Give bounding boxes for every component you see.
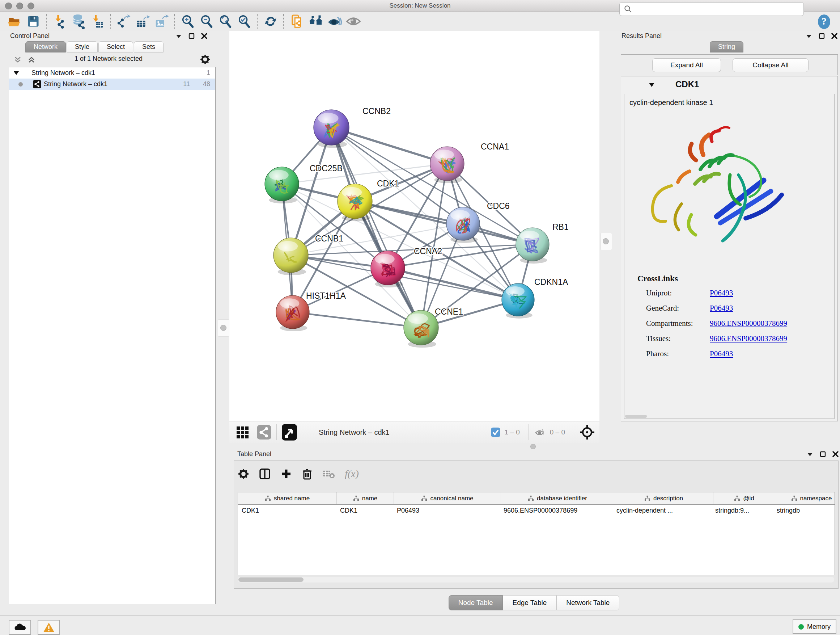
network-collection-row[interactable]: String Network – cdk1 1 bbox=[9, 67, 215, 79]
export-network-button[interactable] bbox=[114, 13, 133, 30]
close-panel-icon[interactable] bbox=[832, 451, 838, 457]
help-button[interactable]: ? bbox=[816, 14, 832, 31]
column-header-@id[interactable]: @id bbox=[714, 492, 775, 504]
panel-menu-icon[interactable] bbox=[806, 34, 812, 39]
search-input[interactable] bbox=[635, 5, 804, 13]
zoom-fit-button[interactable] bbox=[216, 13, 235, 30]
scrollbar-thumb[interactable] bbox=[238, 578, 303, 582]
protein-expand-icon[interactable] bbox=[649, 82, 655, 87]
selected-checkbox-icon[interactable] bbox=[491, 427, 501, 437]
save-session-button[interactable] bbox=[24, 13, 43, 30]
tab-style[interactable]: Style bbox=[66, 41, 98, 52]
tab-string[interactable]: String bbox=[710, 41, 744, 52]
collapse-all-icon[interactable] bbox=[14, 56, 22, 63]
expand-all-button[interactable]: Expand All bbox=[652, 58, 721, 72]
protein-header-row[interactable]: CDK1 bbox=[621, 76, 837, 93]
node-CDK1[interactable]: CDK1 bbox=[338, 179, 399, 221]
tab-network-table[interactable]: Network Table bbox=[556, 595, 619, 610]
export-image-button[interactable] bbox=[152, 13, 171, 30]
tab-sets[interactable]: Sets bbox=[134, 41, 164, 52]
node-CCNA1[interactable]: CCNA1 bbox=[430, 142, 509, 183]
collapse-all-button[interactable]: Collapse All bbox=[733, 58, 808, 72]
node-HIST1H1A[interactable]: HIST1H1A bbox=[276, 291, 346, 331]
crosslink-link[interactable]: P06493 bbox=[710, 349, 733, 358]
import-table-button[interactable] bbox=[88, 13, 107, 30]
column-header-namespace[interactable]: namespace bbox=[775, 492, 835, 504]
left-splitter-dot[interactable] bbox=[220, 325, 226, 331]
right-splitter-dot[interactable] bbox=[603, 238, 609, 244]
zoom-selected-button[interactable] bbox=[235, 13, 254, 30]
table-cell[interactable]: stringdb bbox=[773, 505, 835, 515]
zoom-in-button[interactable] bbox=[178, 13, 197, 30]
minimize-window-icon[interactable] bbox=[16, 3, 23, 10]
node-CCNE1[interactable]: CCNE1 bbox=[404, 307, 463, 348]
node-table[interactable]: shared namenamecanonical namedatabase id… bbox=[238, 492, 835, 575]
table-cell[interactable]: stringdb:9... bbox=[712, 505, 773, 515]
open-session-button[interactable] bbox=[5, 13, 24, 30]
table-gear-icon[interactable] bbox=[238, 468, 249, 480]
grid-view-icon[interactable] bbox=[236, 425, 250, 440]
collection-expand-icon[interactable] bbox=[13, 71, 19, 75]
zoom-out-button[interactable] bbox=[197, 13, 216, 30]
search-box[interactable] bbox=[619, 2, 804, 16]
delete-table-icon[interactable] bbox=[322, 469, 335, 479]
export-table-button[interactable] bbox=[133, 13, 152, 30]
add-column-icon[interactable] bbox=[280, 468, 292, 480]
node-RB1[interactable]: RB1 bbox=[516, 222, 569, 264]
panel-menu-icon[interactable] bbox=[807, 452, 813, 457]
close-window-icon[interactable] bbox=[5, 3, 12, 10]
tab-edge-table[interactable]: Edge Table bbox=[503, 595, 557, 610]
network-options-gear-icon[interactable] bbox=[200, 54, 210, 65]
table-horizontal-scrollbar[interactable] bbox=[238, 577, 834, 583]
column-header-name[interactable]: name bbox=[337, 492, 394, 504]
float-panel-icon[interactable] bbox=[820, 451, 826, 457]
expand-all-icon[interactable] bbox=[27, 56, 35, 63]
fit-content-crosshair-icon[interactable] bbox=[579, 424, 595, 440]
function-builder-icon[interactable]: f(x) bbox=[345, 468, 359, 480]
float-panel-icon[interactable] bbox=[819, 33, 825, 39]
refresh-layout-button[interactable] bbox=[261, 13, 280, 30]
edge-CCNB2-CCNA1[interactable] bbox=[332, 127, 447, 164]
close-panel-icon[interactable] bbox=[201, 33, 207, 39]
import-network-button[interactable] bbox=[50, 13, 69, 30]
show-columns-icon[interactable] bbox=[259, 468, 271, 480]
cloud-button[interactable] bbox=[9, 620, 31, 635]
results-scrollbar-stub[interactable] bbox=[625, 415, 647, 418]
table-cell[interactable]: cyclin-dependent ... bbox=[613, 505, 712, 515]
tab-network[interactable]: Network bbox=[25, 41, 66, 52]
float-panel-icon[interactable] bbox=[188, 33, 195, 39]
tab-node-table[interactable]: Node Table bbox=[448, 595, 503, 610]
network-graph[interactable]: CCNB2CCNA1CDC25BCDK1CDC6RB1CCNB1CCNA2CDK… bbox=[229, 31, 600, 421]
network-row[interactable]: String Network – cdk1 11 48 bbox=[9, 79, 215, 90]
node-CDKN1A[interactable]: CDKN1A bbox=[502, 277, 568, 318]
panel-menu-icon[interactable] bbox=[175, 34, 182, 39]
table-cell[interactable]: CDK1 bbox=[336, 505, 393, 515]
home-button[interactable] bbox=[306, 13, 325, 30]
delete-column-icon[interactable] bbox=[302, 468, 313, 480]
network-canvas[interactable]: CCNB2CCNA1CDC25BCDK1CDC6RB1CCNB1CCNA2CDK… bbox=[229, 31, 600, 421]
column-header-shared-name[interactable]: shared name bbox=[238, 492, 337, 504]
table-row[interactable]: CDK1CDK1P064939606.ENSP00000378699cyclin… bbox=[238, 505, 835, 515]
table-cell[interactable]: P06493 bbox=[393, 505, 500, 515]
clone-network-button[interactable] bbox=[287, 13, 306, 30]
table-cell[interactable]: 9606.ENSP00000378699 bbox=[500, 505, 613, 515]
edge-HIST1H1A-CCNE1[interactable] bbox=[293, 312, 421, 328]
show-all-button[interactable] bbox=[344, 13, 363, 30]
horizontal-splitter-dot[interactable] bbox=[531, 444, 536, 449]
warning-button[interactable] bbox=[38, 620, 60, 635]
birds-eye-view-icon[interactable] bbox=[282, 424, 297, 440]
crosslink-link[interactable]: 9606.ENSP00000378699 bbox=[710, 319, 787, 328]
node-CDC25B[interactable]: CDC25B bbox=[265, 164, 343, 203]
table-cell[interactable]: CDK1 bbox=[238, 505, 336, 515]
crosslink-link[interactable]: P06493 bbox=[710, 288, 733, 298]
column-header-canonical-name[interactable]: canonical name bbox=[394, 492, 501, 504]
close-panel-icon[interactable] bbox=[831, 33, 837, 39]
hide-selected-button[interactable] bbox=[325, 13, 344, 30]
import-network-from-database-button[interactable] bbox=[69, 13, 88, 30]
tab-select[interactable]: Select bbox=[98, 41, 133, 52]
crosslink-link[interactable]: P06493 bbox=[710, 304, 733, 313]
crosslink-link[interactable]: 9606.ENSP00000378699 bbox=[710, 334, 787, 343]
memory-button[interactable]: Memory bbox=[793, 619, 836, 634]
column-header-description[interactable]: description bbox=[614, 492, 714, 504]
share-view-icon[interactable] bbox=[257, 425, 271, 440]
